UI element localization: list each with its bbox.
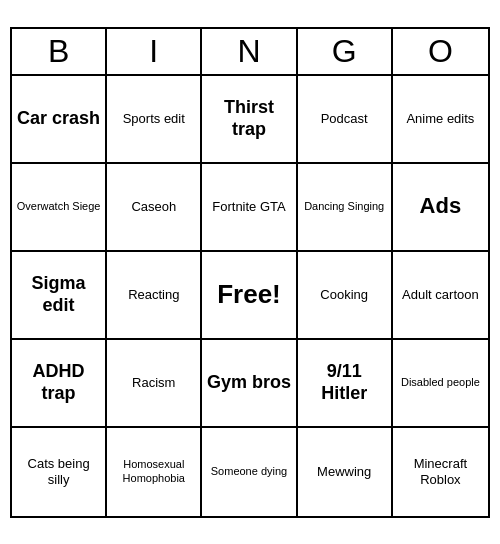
bingo-cell-5: Overwatch Siege — [12, 164, 107, 252]
bingo-cell-10: Sigma edit — [12, 252, 107, 340]
bingo-cell-20: Cats being silly — [12, 428, 107, 516]
bingo-cell-2: Thirst trap — [202, 76, 297, 164]
bingo-cell-21: Homosexual Homophobia — [107, 428, 202, 516]
bingo-cell-14: Adult cartoon — [393, 252, 488, 340]
bingo-cell-11: Reacting — [107, 252, 202, 340]
cell-text-3: Podcast — [321, 111, 368, 127]
cell-text-12: Free! — [217, 279, 281, 310]
bingo-cell-4: Anime edits — [393, 76, 488, 164]
cell-text-7: Fortnite GTA — [212, 199, 285, 215]
cell-text-11: Reacting — [128, 287, 179, 303]
bingo-cell-18: 9/11 Hitler — [298, 340, 393, 428]
cell-text-23: Mewwing — [317, 464, 371, 480]
cell-text-13: Cooking — [320, 287, 368, 303]
cell-text-0: Car crash — [17, 108, 100, 130]
bingo-letter-N: N — [202, 29, 297, 74]
bingo-header: BINGO — [12, 29, 488, 76]
cell-text-21: Homosexual Homophobia — [111, 458, 196, 484]
bingo-cell-24: Minecraft Roblox — [393, 428, 488, 516]
cell-text-19: Disabled people — [401, 376, 480, 389]
bingo-cell-12: Free! — [202, 252, 297, 340]
bingo-cell-19: Disabled people — [393, 340, 488, 428]
cell-text-4: Anime edits — [406, 111, 474, 127]
bingo-cell-0: Car crash — [12, 76, 107, 164]
cell-text-5: Overwatch Siege — [17, 200, 101, 213]
cell-text-24: Minecraft Roblox — [397, 456, 484, 487]
bingo-cell-16: Racism — [107, 340, 202, 428]
cell-text-22: Someone dying — [211, 465, 287, 478]
cell-text-1: Sports edit — [123, 111, 185, 127]
bingo-grid: Car crashSports editThirst trapPodcastAn… — [12, 76, 488, 516]
cell-text-8: Dancing Singing — [304, 200, 384, 213]
cell-text-9: Ads — [420, 193, 462, 219]
bingo-cell-8: Dancing Singing — [298, 164, 393, 252]
bingo-cell-23: Mewwing — [298, 428, 393, 516]
cell-text-18: 9/11 Hitler — [302, 361, 387, 404]
bingo-cell-17: Gym bros — [202, 340, 297, 428]
bingo-cell-15: ADHD trap — [12, 340, 107, 428]
bingo-cell-9: Ads — [393, 164, 488, 252]
cell-text-10: Sigma edit — [16, 273, 101, 316]
bingo-cell-7: Fortnite GTA — [202, 164, 297, 252]
cell-text-16: Racism — [132, 375, 175, 391]
bingo-cell-3: Podcast — [298, 76, 393, 164]
bingo-letter-O: O — [393, 29, 488, 74]
cell-text-17: Gym bros — [207, 372, 291, 394]
cell-text-2: Thirst trap — [206, 97, 291, 140]
bingo-letter-I: I — [107, 29, 202, 74]
cell-text-20: Cats being silly — [16, 456, 101, 487]
bingo-cell-1: Sports edit — [107, 76, 202, 164]
bingo-cell-6: Caseoh — [107, 164, 202, 252]
bingo-cell-22: Someone dying — [202, 428, 297, 516]
cell-text-14: Adult cartoon — [402, 287, 479, 303]
bingo-cell-13: Cooking — [298, 252, 393, 340]
cell-text-15: ADHD trap — [16, 361, 101, 404]
bingo-letter-B: B — [12, 29, 107, 74]
bingo-letter-G: G — [298, 29, 393, 74]
bingo-card: BINGO Car crashSports editThirst trapPod… — [10, 27, 490, 518]
cell-text-6: Caseoh — [131, 199, 176, 215]
